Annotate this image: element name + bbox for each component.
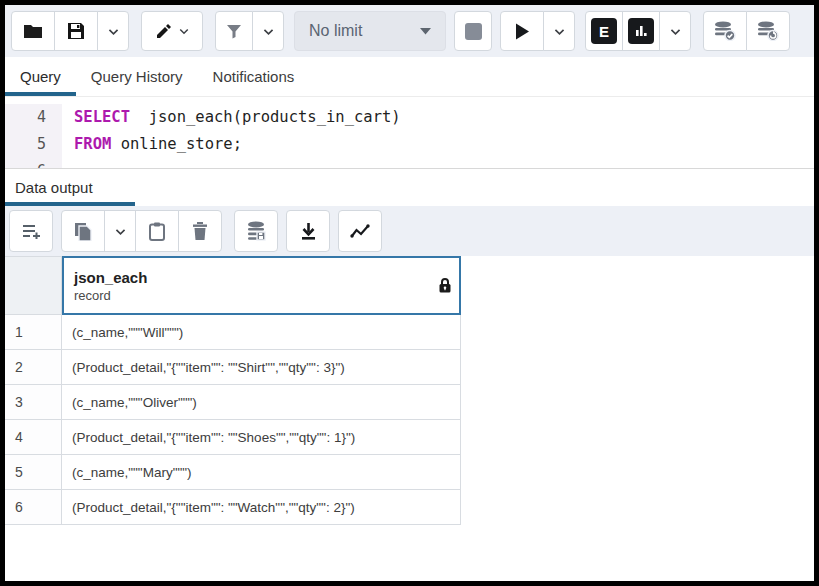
code-text: FROM online_store; <box>62 131 242 158</box>
explain-analyze-icon <box>628 18 654 44</box>
record-value-cell[interactable]: (c_name,"""Will""") <box>62 315 461 350</box>
copy-button[interactable] <box>61 210 105 252</box>
table-row: 6 (Product_detail,"{""item"": ""Watch"",… <box>5 490 814 525</box>
record-value-cell[interactable]: (Product_detail,"{""item"": ""Shoes"",""… <box>62 420 461 455</box>
explain-button-group: E <box>585 11 691 51</box>
commit-button[interactable] <box>703 11 747 51</box>
execute-button-group <box>500 11 575 51</box>
copy-button-group <box>61 210 222 252</box>
record-value-cell[interactable]: (c_name,"""Mary""") <box>62 455 461 490</box>
chevron-down-icon <box>262 25 275 38</box>
visualize-button[interactable] <box>338 210 382 252</box>
stop-button[interactable] <box>454 11 492 51</box>
editor-line[interactable]: 5 FROM online_store; <box>5 131 814 158</box>
tab-notifications[interactable]: Notifications <box>198 57 310 96</box>
tab-notifications-label: Notifications <box>213 68 295 85</box>
add-row-button[interactable] <box>9 210 53 252</box>
filter-options-button[interactable] <box>252 11 284 51</box>
record-value-cell[interactable]: (c_name,"""Oliver""") <box>62 385 461 420</box>
save-button[interactable] <box>54 11 98 51</box>
trash-icon <box>192 222 208 240</box>
limit-select[interactable]: No limit <box>294 11 446 51</box>
line-number: 4 <box>5 104 62 131</box>
folder-icon <box>23 23 43 39</box>
table-row: 1 (c_name,"""Will""") <box>5 315 814 350</box>
line-number: 5 <box>5 131 62 158</box>
record-value-cell[interactable]: (Product_detail,"{""item"": ""Shirt"",""… <box>62 350 461 385</box>
rollback-button[interactable] <box>746 11 790 51</box>
limit-select-value: No limit <box>309 22 420 40</box>
explain-options-button[interactable] <box>659 11 691 51</box>
column-header-json-each[interactable]: json_each record <box>62 256 461 315</box>
save-options-button[interactable] <box>97 11 129 51</box>
copy-icon <box>74 222 92 241</box>
line-number: 6 <box>5 158 62 168</box>
chevron-down-icon <box>114 225 127 238</box>
row-number-cell[interactable]: 1 <box>5 315 62 350</box>
tab-query-label: Query <box>20 68 61 85</box>
chevron-down-icon <box>178 25 190 37</box>
download-icon <box>300 222 317 240</box>
main-toolbar: No limit <box>5 5 814 57</box>
editor-line[interactable]: 4 SELECT json_each(products_in_cart) <box>5 104 814 131</box>
save-data-changes-button[interactable] <box>234 210 278 252</box>
data-output-active-underline <box>5 202 135 206</box>
results-grid: json_each record 1 (c_name,"""Will""") 2… <box>5 256 814 581</box>
row-number-cell[interactable]: 2 <box>5 350 62 385</box>
stop-icon <box>465 23 482 40</box>
file-button-group <box>11 11 129 51</box>
paste-icon <box>149 222 165 241</box>
explain-icon: E <box>591 18 617 44</box>
commit-database-icon <box>714 21 736 41</box>
sql-code: json_each(products_in_cart) <box>130 108 401 126</box>
chevron-down-icon <box>669 25 682 38</box>
chevron-down-icon <box>553 25 566 38</box>
lock-icon <box>439 278 451 293</box>
execute-button[interactable] <box>500 11 544 51</box>
pencil-icon <box>155 22 173 40</box>
filter-button[interactable] <box>215 11 253 51</box>
play-icon <box>515 23 530 40</box>
editor-tabbar: Query Query History Notifications <box>5 57 814 97</box>
data-output-title[interactable]: Data output <box>5 179 93 196</box>
grid-corner-cell[interactable] <box>5 256 62 315</box>
query-tool-window: No limit <box>0 0 819 586</box>
column-name: json_each <box>74 268 439 287</box>
editor-lines: 4 SELECT json_each(products_in_cart) 5 F… <box>5 97 814 168</box>
copy-options-button[interactable] <box>104 210 136 252</box>
editor-line[interactable]: 6 <box>5 158 814 168</box>
sql-keyword: FROM <box>74 135 111 153</box>
transaction-button-group <box>703 11 790 51</box>
open-file-button[interactable] <box>11 11 55 51</box>
database-save-icon <box>246 221 266 241</box>
table-row: 2 (Product_detail,"{""item"": ""Shirt"",… <box>5 350 814 385</box>
table-row: 3 (c_name,"""Oliver""") <box>5 385 814 420</box>
filter-button-group <box>215 11 284 51</box>
save-icon <box>67 22 85 40</box>
tab-query[interactable]: Query <box>5 57 76 96</box>
row-number-cell[interactable]: 3 <box>5 385 62 420</box>
grid-body: 1 (c_name,"""Will""") 2 (Product_detail,… <box>5 315 814 525</box>
column-header-text: json_each record <box>74 268 439 304</box>
rollback-database-icon <box>757 21 779 41</box>
record-value-cell[interactable]: (Product_detail,"{""item"": ""Watch"",""… <box>62 490 461 525</box>
row-number-cell[interactable]: 5 <box>5 455 62 490</box>
table-row: 5 (c_name,"""Mary""") <box>5 455 814 490</box>
row-number-cell[interactable]: 4 <box>5 420 62 455</box>
sql-keyword: SELECT <box>74 108 130 126</box>
output-toolbar <box>5 206 814 256</box>
table-row: 4 (Product_detail,"{""item"": ""Shoes"",… <box>5 420 814 455</box>
explain-analyze-button[interactable] <box>622 11 660 51</box>
code-text: SELECT json_each(products_in_cart) <box>62 104 401 131</box>
tab-query-history-label: Query History <box>91 68 183 85</box>
delete-row-button[interactable] <box>178 210 222 252</box>
paste-button[interactable] <box>135 210 179 252</box>
row-number-cell[interactable]: 6 <box>5 490 62 525</box>
explain-button[interactable]: E <box>585 11 623 51</box>
query-editor[interactable]: 4 SELECT json_each(products_in_cart) 5 F… <box>5 97 814 168</box>
edit-button[interactable] <box>141 11 203 51</box>
edit-button-group <box>141 11 203 51</box>
tab-query-history[interactable]: Query History <box>76 57 198 96</box>
download-button[interactable] <box>286 210 330 252</box>
execute-options-button[interactable] <box>543 11 575 51</box>
